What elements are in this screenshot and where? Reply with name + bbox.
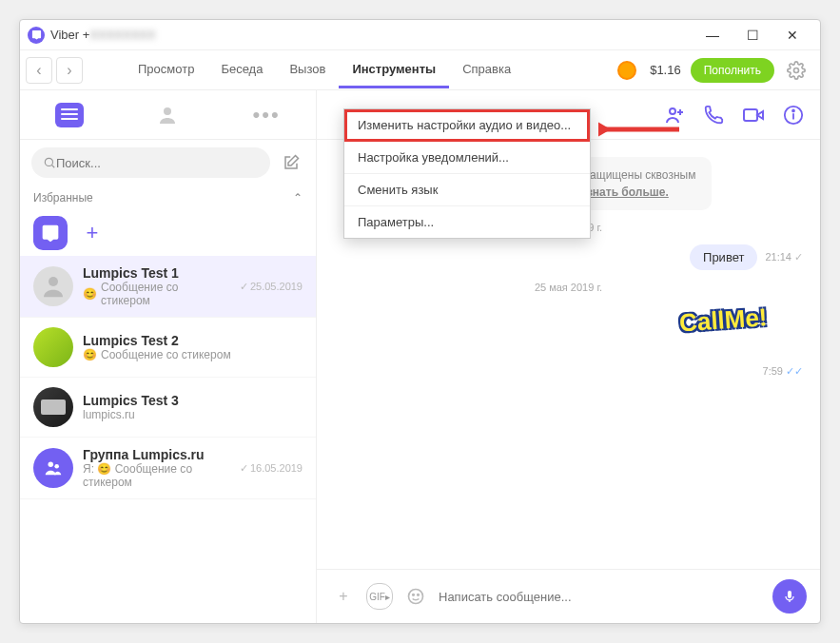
topup-button[interactable]: Пополнить	[691, 58, 774, 83]
menu-view[interactable]: Просмотр	[125, 52, 207, 88]
maximize-button[interactable]: ☐	[733, 21, 772, 49]
message-bubble: Привет	[690, 244, 757, 270]
sticker-icon[interactable]	[402, 583, 429, 610]
svg-point-14	[409, 590, 423, 604]
call-icon[interactable]	[700, 102, 727, 128]
chat-preview: Я: 😊 Сообщение со стикером	[83, 462, 230, 489]
svg-point-2	[45, 158, 52, 166]
chat-item[interactable]: Lumpics Test 2 😊 Сообщение со стикером	[20, 318, 316, 378]
dropdown-audio-video[interactable]: Изменить настройки аудио и видео...	[344, 109, 590, 142]
svg-point-15	[413, 594, 415, 596]
dropdown-options[interactable]: Параметры...	[344, 206, 590, 238]
chat-name: Lumpics Test 2	[83, 333, 303, 348]
dropdown-language[interactable]: Сменить язык	[344, 174, 590, 206]
avatar	[33, 448, 73, 488]
titlebar: Viber + XXXXXXXX — ☐ ✕	[20, 20, 820, 50]
annotation-arrow	[598, 115, 684, 144]
avatar	[33, 387, 73, 427]
check-icon: ✓	[794, 251, 803, 263]
svg-point-16	[418, 594, 420, 596]
svg-rect-10	[744, 109, 757, 121]
video-icon[interactable]	[740, 102, 767, 128]
learn-more-link[interactable]: Узнать больше.	[580, 185, 669, 199]
chevron-up-icon: ⌃	[293, 191, 303, 205]
svg-point-4	[49, 277, 58, 286]
svg-line-3	[51, 165, 54, 167]
chat-preview: 😊 Сообщение со стикером	[83, 348, 303, 361]
search-input-wrapper[interactable]	[31, 147, 270, 178]
close-button[interactable]: ✕	[772, 21, 812, 49]
svg-point-0	[794, 68, 799, 72]
date-separator: 25 мая 2019 г.	[334, 282, 803, 293]
chat-item[interactable]: Группа Lumpics.ru Я: 😊 Сообщение со стик…	[20, 438, 316, 499]
chat-item[interactable]: Lumpics Test 1 😊 Сообщение со стикером ✓…	[20, 256, 316, 318]
add-favorite-button[interactable]: +	[75, 216, 109, 250]
mic-button[interactable]	[772, 579, 807, 614]
tab-chats[interactable]	[50, 96, 88, 134]
nav-forward-button[interactable]: ›	[56, 57, 83, 84]
attach-plus-icon[interactable]: +	[330, 583, 357, 610]
composer: + GIF▸	[317, 569, 820, 623]
settings-gear-icon[interactable]	[784, 58, 809, 83]
menu-tools[interactable]: Инструменты	[339, 52, 449, 88]
avatar	[33, 327, 73, 367]
svg-point-7	[670, 108, 675, 114]
chat-name: Lumpics Test 1	[83, 265, 230, 281]
chat-date: ✓16.05.2019	[240, 462, 303, 475]
window-title: Viber +	[50, 28, 89, 42]
viber-logo-icon	[28, 27, 45, 44]
svg-point-13	[792, 109, 794, 111]
menu-conversation[interactable]: Беседа	[207, 52, 276, 88]
dropdown-notifications[interactable]: Настройка уведомлений...	[344, 142, 590, 174]
svg-rect-17	[788, 591, 791, 598]
chat-list: Lumpics Test 1 😊 Сообщение со стикером ✓…	[20, 256, 316, 623]
sidebar: ••• Избранные ⌃ +	[20, 90, 317, 623]
coin-icon	[617, 61, 636, 80]
chat-preview: lumpics.ru	[83, 408, 303, 421]
chat-item[interactable]: Lumpics Test 3 lumpics.ru	[20, 378, 316, 438]
info-icon[interactable]	[780, 102, 807, 128]
gif-button[interactable]: GIF▸	[366, 583, 393, 610]
tab-contacts[interactable]	[148, 96, 186, 134]
search-icon	[43, 156, 56, 169]
minimize-button[interactable]: —	[693, 21, 733, 49]
svg-point-5	[49, 462, 54, 468]
message-input[interactable]	[439, 590, 763, 604]
tab-more[interactable]: •••	[247, 96, 285, 134]
svg-point-1	[164, 107, 171, 115]
chat-preview: 😊 Сообщение со стикером	[83, 281, 230, 307]
balance-label: $1.16	[650, 63, 681, 77]
app-window: Viber + XXXXXXXX — ☐ ✕ ‹ › Просмотр Бесе…	[19, 19, 821, 624]
chat-name: Lumpics Test 3	[83, 393, 303, 408]
svg-point-6	[54, 464, 59, 469]
message-time: 7:59 ✓✓	[334, 365, 803, 378]
menu-call[interactable]: Вызов	[276, 52, 339, 88]
compose-button[interactable]	[278, 149, 304, 176]
search-input[interactable]	[56, 156, 259, 170]
nav-back-button[interactable]: ‹	[26, 57, 52, 84]
favorite-item[interactable]	[33, 216, 68, 250]
menu-help[interactable]: Справка	[449, 52, 524, 88]
window-title-blur: XXXXXXXX	[89, 28, 155, 42]
sticker: CallMe!	[679, 304, 803, 361]
avatar	[33, 266, 73, 306]
menubar: ‹ › Просмотр Беседа Вызов Инструменты Сп…	[20, 50, 820, 90]
tools-dropdown: Изменить настройки аудио и видео... Наст…	[343, 108, 591, 239]
favorites-header[interactable]: Избранные ⌃	[20, 185, 316, 210]
chat-date: ✓25.05.2019	[240, 281, 303, 293]
chat-name: Группа Lumpics.ru	[83, 447, 230, 462]
message-time: 21:14 ✓	[765, 251, 803, 263]
